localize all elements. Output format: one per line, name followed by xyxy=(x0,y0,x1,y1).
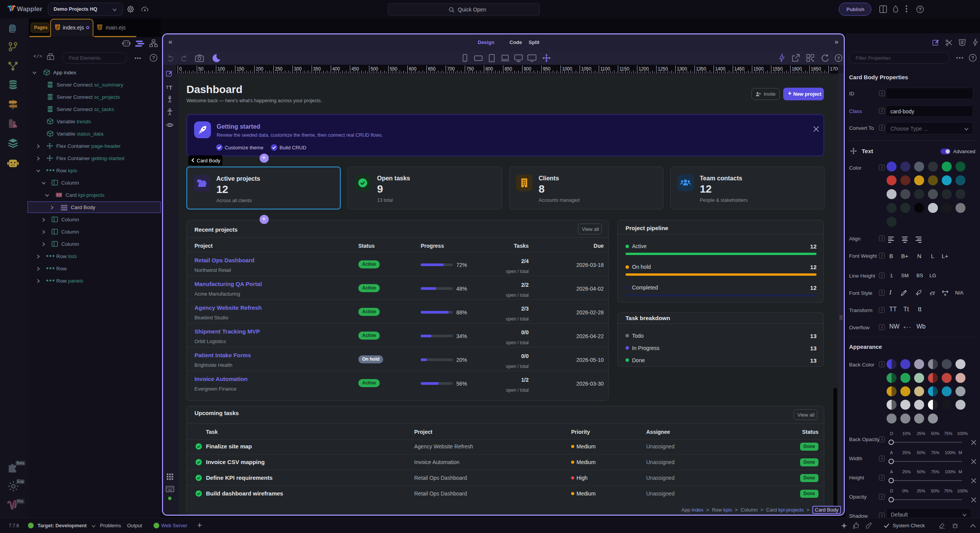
svg-text:T: T xyxy=(169,85,172,91)
svg-text:?: ? xyxy=(152,55,155,60)
svg-text:?: ? xyxy=(971,55,974,60)
svg-text:?: ? xyxy=(919,7,922,12)
svg-text:?: ? xyxy=(837,56,840,60)
svg-text:T: T xyxy=(166,85,169,90)
